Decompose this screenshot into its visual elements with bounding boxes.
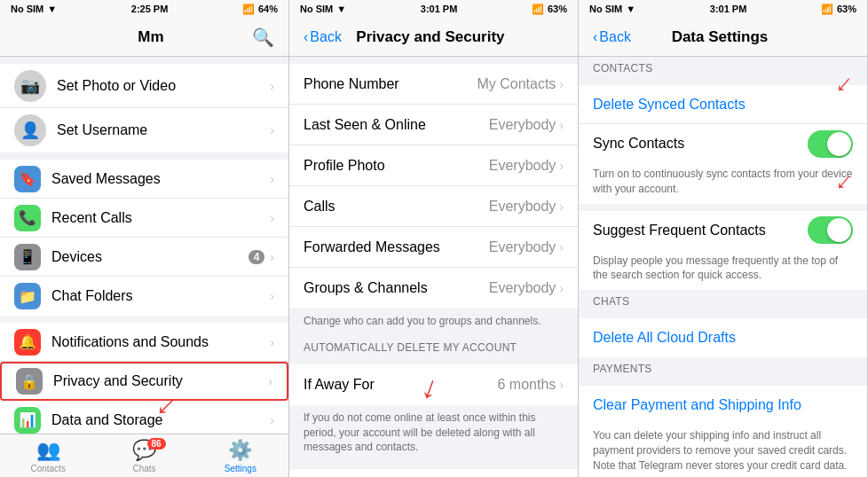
forwarded-messages-item[interactable]: Forwarded Messages Everybody › bbox=[289, 227, 578, 268]
saved-messages-item[interactable]: 🔖 Saved Messages › bbox=[0, 160, 288, 199]
settings-scroll: 📷 Set Photo or Video › 👤 Set Username › … bbox=[0, 57, 288, 477]
back-button-2[interactable]: ‹ Back bbox=[304, 29, 342, 45]
contacts-section: Delete Synced Contacts Sync Contacts bbox=[579, 85, 867, 163]
notifications-label: Notifications and Sounds bbox=[51, 334, 270, 350]
if-away-value: 6 months bbox=[498, 377, 556, 393]
groups-label: Groups & Channels bbox=[304, 280, 489, 296]
wifi-icon: 📶 bbox=[242, 4, 255, 15]
profile-photo-value: Everybody bbox=[489, 158, 556, 174]
chat-folders-item[interactable]: 📁 Chat Folders › bbox=[0, 277, 288, 316]
devices-item[interactable]: 📱 Devices 4 › bbox=[0, 238, 288, 277]
status-bar-2: No SIM ▼ 3:01 PM 📶 63% bbox=[289, 0, 578, 18]
notifications-item[interactable]: 🔔 Notifications and Sounds › bbox=[0, 323, 288, 362]
time-3: 3:01 PM bbox=[710, 4, 747, 14]
calls-value: Everybody bbox=[489, 199, 556, 215]
sync-contacts-toggle[interactable] bbox=[808, 130, 853, 158]
battery-2: 63% bbox=[548, 4, 567, 14]
chevron-devices: › bbox=[270, 250, 274, 264]
last-seen-label: Last Seen & Online bbox=[304, 117, 489, 133]
calls-item[interactable]: Calls Everybody › bbox=[289, 186, 578, 227]
data-settings-scroll: CONTACTS Delete Synced Contacts Sync Con… bbox=[579, 57, 867, 477]
signal-1: ▼ bbox=[47, 4, 57, 14]
chevron-groups: › bbox=[559, 281, 564, 295]
suggest-contacts-toggle[interactable] bbox=[808, 216, 853, 244]
tab-chats[interactable]: 💬 Chats 86 bbox=[96, 434, 192, 477]
if-away-label: If Away For bbox=[304, 377, 498, 393]
sync-contacts-label: Sync Contacts bbox=[593, 136, 808, 152]
forwarded-value: Everybody bbox=[489, 239, 556, 255]
suggest-contacts-item[interactable]: Suggest Frequent Contacts bbox=[579, 211, 867, 250]
privacy-list: Phone Number My Contacts › Last Seen & O… bbox=[289, 64, 578, 309]
back-chevron-2: ‹ bbox=[304, 29, 308, 45]
main-menu-section: 🔖 Saved Messages › 📞 Recent Calls › 📱 De… bbox=[0, 160, 288, 316]
username-avatar: 👤 bbox=[14, 114, 46, 146]
contacts-tab-label: Contacts bbox=[30, 464, 65, 473]
chevron-username: › bbox=[270, 123, 274, 137]
auto-delete-header: AUTOMATICALLY DELETE MY ACCOUNT bbox=[289, 336, 578, 357]
chevron-folders: › bbox=[270, 289, 274, 303]
toggle-knob-sync bbox=[827, 132, 851, 156]
chevron-phone: › bbox=[559, 77, 564, 91]
chevron-saved: › bbox=[270, 172, 274, 186]
delete-cloud-label: Delete All Cloud Drafts bbox=[593, 330, 853, 346]
suggest-description: Display people you message frequently at… bbox=[579, 250, 867, 291]
delete-synced-label: Delete Synced Contacts bbox=[593, 97, 853, 113]
profile-photo-label: Profile Photo bbox=[304, 158, 489, 174]
chevron-if-away: › bbox=[559, 378, 564, 392]
chevron-data: › bbox=[270, 413, 274, 427]
profile-section: 📷 Set Photo or Video › 👤 Set Username › bbox=[0, 64, 288, 152]
privacy-scroll: Phone Number My Contacts › Last Seen & O… bbox=[289, 57, 578, 477]
carrier-2: No SIM bbox=[300, 4, 333, 14]
back-button-3[interactable]: ‹ Back bbox=[593, 29, 631, 45]
chats-tab-label: Chats bbox=[132, 464, 155, 473]
settings-tab-label: Settings bbox=[225, 464, 256, 473]
saved-messages-label: Saved Messages bbox=[51, 171, 270, 187]
photo-avatar: 📷 bbox=[14, 70, 46, 102]
privacy-security-item[interactable]: 🔒 Privacy and Security › bbox=[0, 362, 288, 401]
chevron-forwarded: › bbox=[559, 240, 564, 254]
set-username-label: Set Username bbox=[57, 122, 270, 138]
chevron-calls-privacy: › bbox=[559, 199, 564, 214]
groups-channels-item[interactable]: Groups & Channels Everybody › bbox=[289, 268, 578, 309]
calls-label: Calls bbox=[304, 199, 489, 215]
saved-messages-icon: 🔖 bbox=[14, 166, 41, 192]
signal-2: ▼ bbox=[336, 4, 346, 14]
search-icon[interactable]: 🔍 bbox=[252, 27, 274, 48]
profile-photo-item[interactable]: Profile Photo Everybody › bbox=[289, 145, 578, 186]
if-away-footer: If you do not come online at least once … bbox=[289, 405, 578, 462]
set-username-item[interactable]: 👤 Set Username › bbox=[0, 108, 288, 152]
set-photo-item[interactable]: 📷 Set Photo or Video › bbox=[0, 64, 288, 108]
phone-number-value: My Contacts bbox=[477, 76, 556, 92]
panel-privacy: No SIM ▼ 3:01 PM 📶 63% ‹ Back Privacy an… bbox=[289, 0, 579, 477]
back-chevron-3: ‹ bbox=[593, 29, 597, 45]
chats-badge: 86 bbox=[147, 438, 166, 450]
delete-cloud-drafts-item[interactable]: Delete All Cloud Drafts bbox=[579, 318, 867, 357]
recent-calls-icon: 📞 bbox=[14, 205, 41, 231]
settings-tab-icon: ⚙️ bbox=[228, 439, 252, 462]
recent-calls-item[interactable]: 📞 Recent Calls › bbox=[0, 199, 288, 238]
chevron-last-seen: › bbox=[559, 118, 564, 132]
nav-bar-2: ‹ Back Privacy and Security bbox=[289, 18, 578, 57]
contacts-header: CONTACTS bbox=[579, 57, 867, 78]
time-1: 2:25 PM bbox=[131, 4, 169, 14]
panel-data-settings: No SIM ▼ 3:01 PM 📶 63% ‹ Back Data Setti… bbox=[579, 0, 868, 477]
last-seen-item[interactable]: Last Seen & Online Everybody › bbox=[289, 105, 578, 145]
set-photo-label: Set Photo or Video bbox=[57, 78, 270, 94]
sync-contacts-item[interactable]: Sync Contacts bbox=[579, 124, 867, 163]
clear-payment-item[interactable]: Clear Payment and Shipping Info bbox=[579, 386, 867, 425]
phone-number-item[interactable]: Phone Number My Contacts › bbox=[289, 64, 578, 105]
data-settings-item[interactable]: Data Settings › bbox=[289, 469, 578, 477]
tab-settings[interactable]: ⚙️ Settings bbox=[193, 434, 288, 477]
data-storage-icon: 📊 bbox=[14, 407, 41, 434]
tab-contacts[interactable]: 👥 Contacts bbox=[0, 434, 96, 477]
groups-value: Everybody bbox=[489, 280, 556, 296]
delete-synced-item[interactable]: Delete Synced Contacts bbox=[579, 85, 867, 124]
chevron-photo: › bbox=[270, 79, 274, 93]
contacts-tab-icon: 👥 bbox=[36, 439, 60, 462]
devices-label: Devices bbox=[51, 249, 249, 265]
chevron-notif: › bbox=[270, 335, 274, 349]
wifi-icon-3: 📶 bbox=[821, 4, 833, 15]
time-2: 3:01 PM bbox=[421, 4, 458, 14]
back-label-2: Back bbox=[310, 29, 342, 45]
nav-title-1: Mm bbox=[138, 28, 163, 46]
